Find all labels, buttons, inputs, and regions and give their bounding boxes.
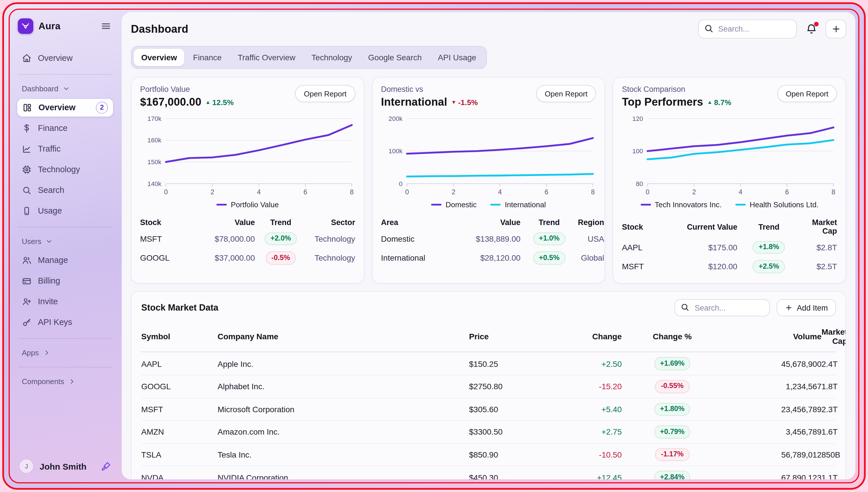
tab-google-search[interactable]: Google Search <box>361 49 429 66</box>
sidebar-item-overview-home[interactable]: Overview <box>17 49 114 68</box>
table-row[interactable]: AMZNAmazon.com Inc.$3300.50+2.75+0.79%3,… <box>141 420 836 443</box>
sidebar-item-manage[interactable]: Manage <box>17 251 114 270</box>
table-cell: AAPL <box>622 240 674 255</box>
svg-text:6: 6 <box>545 188 548 196</box>
legend-item: Tech Innovators Inc. <box>640 200 722 209</box>
sidebar-item-api-keys[interactable]: API Keys <box>17 313 114 331</box>
column-header: Change <box>555 327 622 347</box>
table-cell: +1.69% <box>622 353 723 375</box>
table-cell: +1.8% <box>737 238 800 257</box>
sidebar-item-search[interactable]: Search <box>17 180 114 199</box>
svg-text:160k: 160k <box>148 137 162 144</box>
table-row[interactable]: TSLATesla Inc.$850.90-10.50-1.17%56,789,… <box>141 443 836 466</box>
table-cell: $850.90 <box>469 445 555 464</box>
table-cell: $175.00 <box>674 240 737 255</box>
card-headline: Top Performers ▲8.7% <box>622 96 731 108</box>
table-header-row: SymbolCompany NamePriceChangeChange %Vol… <box>141 322 836 352</box>
page-title: Dashboard <box>131 23 698 35</box>
chevron-right-icon <box>68 378 75 385</box>
user-profile[interactable]: J John Smith <box>17 459 114 474</box>
table-cell: $2750.80 <box>469 377 555 396</box>
menu-icon[interactable] <box>99 20 113 33</box>
card-subtitle: Stock Comparison <box>622 85 731 94</box>
add-item-button[interactable]: Add Item <box>777 299 836 317</box>
cpu-icon <box>22 165 31 174</box>
open-report-button[interactable]: Open Report <box>777 85 837 102</box>
card-table: StockValueTrendSectorMSFT$78,000.00+2.0%… <box>140 216 355 268</box>
tab-traffic-overview[interactable]: Traffic Overview <box>230 49 303 66</box>
tab-technology[interactable]: Technology <box>304 49 359 66</box>
table-cell: +5.40 <box>555 400 622 419</box>
trend-pill: +2.0% <box>265 232 297 245</box>
column-header: Value <box>450 216 520 229</box>
tab-finance[interactable]: Finance <box>186 49 229 66</box>
sidebar-item-dashboard-overview[interactable]: Overview 2 <box>17 98 114 117</box>
paintbrush-icon <box>100 461 111 472</box>
svg-text:4: 4 <box>498 188 502 196</box>
chart-legend: Portfolio Value <box>140 200 355 209</box>
notifications-button[interactable] <box>805 23 817 35</box>
table-cell: -0.5% <box>255 248 306 268</box>
overview-count-badge: 2 <box>96 101 108 114</box>
table-row[interactable]: GOOGLAlphabet Inc.$2750.80-15.20-0.55%1,… <box>141 375 836 398</box>
svg-text:140k: 140k <box>148 180 162 188</box>
sidebar-section-users[interactable]: Users <box>17 234 114 249</box>
plus-icon <box>785 304 793 312</box>
svg-text:170k: 170k <box>148 115 162 122</box>
divider <box>18 74 113 75</box>
change-percent-pill: +1.69% <box>654 358 690 370</box>
tab-overview[interactable]: Overview <box>134 49 184 66</box>
credit-card-icon <box>22 276 31 286</box>
sidebar-item-billing[interactable]: Billing <box>17 271 114 290</box>
svg-text:0: 0 <box>164 188 168 196</box>
table-cell: -15.20 <box>555 377 622 396</box>
smartphone-icon <box>22 206 31 216</box>
table-cell: $138,889.00 <box>450 231 520 247</box>
change-percent-pill: -1.17% <box>655 448 689 461</box>
sidebar-link-apps[interactable]: Apps <box>17 346 114 360</box>
users-icon <box>22 255 31 265</box>
chevron-down-icon <box>45 238 53 245</box>
theme-brush-button[interactable] <box>100 461 111 472</box>
trend-pill: +0.5% <box>533 251 566 264</box>
table-cell: $2.8T <box>800 240 837 255</box>
sidebar-item-technology[interactable]: Technology <box>17 160 114 179</box>
table-cell: -1.17% <box>622 444 723 466</box>
chart-legend: DomesticInternational <box>381 200 596 209</box>
sidebar-link-components[interactable]: Components <box>17 374 114 389</box>
sidebar-item-traffic[interactable]: Traffic <box>17 139 114 158</box>
open-report-button[interactable]: Open Report <box>536 85 596 102</box>
domestic-international-chart: 200k100k002468 <box>381 113 596 199</box>
table-row[interactable]: MSFTMicrosoft Corporation$305.60+5.40+1.… <box>141 398 836 420</box>
svg-text:100k: 100k <box>388 148 403 155</box>
table-cell: USA <box>578 231 604 247</box>
table-cell: +1.0% <box>520 229 578 248</box>
legend-swatch <box>640 204 651 206</box>
column-header: Stock <box>140 216 203 229</box>
sidebar-item-finance[interactable]: Finance <box>17 119 114 138</box>
table-cell: +2.50 <box>555 354 622 373</box>
column-header: Market Cap <box>821 322 846 352</box>
stock-comparison-chart: 1201008002468 <box>622 113 837 199</box>
open-report-button[interactable]: Open Report <box>295 85 355 102</box>
sidebar-item-invite[interactable]: Invite <box>17 292 114 311</box>
stat-cards: Portfolio Value $167,000.00 ▲12.5% Open … <box>131 77 846 284</box>
tab-api-usage[interactable]: API Usage <box>430 49 483 66</box>
section-title: Stock Market Data <box>141 303 674 313</box>
table-cell: $37,000.00 <box>203 250 255 266</box>
svg-text:150k: 150k <box>148 158 162 166</box>
column-header: Value <box>203 216 255 229</box>
search-icon <box>22 185 31 195</box>
sidebar-section-dashboard[interactable]: Dashboard <box>17 81 114 96</box>
dollar-icon <box>22 123 31 133</box>
home-icon <box>22 53 31 63</box>
table-cell: 1.1T <box>821 468 838 479</box>
trend-pill: +2.5% <box>753 260 785 273</box>
table-cell: GOOGL <box>141 377 218 396</box>
add-button[interactable] <box>825 20 846 39</box>
sidebar-item-usage[interactable]: Usage <box>17 201 114 220</box>
table-cell: International <box>381 250 450 266</box>
table-row[interactable]: NVDANVIDIA Corporation$450.30+12.45+2.84… <box>141 466 836 479</box>
table-cell: Microsoft Corporation <box>218 400 469 419</box>
table-row[interactable]: AAPLApple Inc.$150.25+2.50+1.69%45,678,9… <box>141 352 836 375</box>
